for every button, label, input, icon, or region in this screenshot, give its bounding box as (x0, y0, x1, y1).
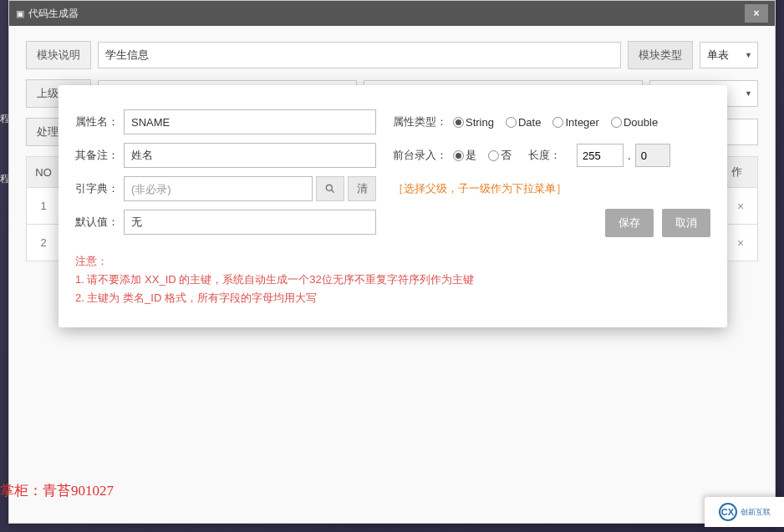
radio-no[interactable]: 否 (488, 148, 512, 163)
radio-icon (611, 117, 622, 128)
title-bar: ▣ 代码生成器 × (9, 1, 775, 26)
dict-clear-button[interactable]: 清 (348, 176, 376, 201)
row-delete[interactable]: × (724, 236, 757, 250)
length-label: 长度： (528, 148, 577, 163)
svg-point-0 (326, 185, 332, 190)
attr-name-label: 属性名： (75, 114, 124, 129)
remark-input[interactable] (124, 143, 376, 168)
decimal-input[interactable] (635, 144, 670, 167)
module-type-select[interactable]: 单表 (700, 42, 758, 68)
attr-type-group: String Date Integer Double (453, 116, 658, 129)
logo-text: 创新互联 (741, 507, 771, 518)
radio-integer[interactable]: Integer (552, 116, 598, 129)
module-desc-label: 模块说明 (26, 41, 91, 69)
dict-label: 引字典： (75, 181, 124, 196)
default-label: 默认值： (75, 215, 124, 230)
radio-yes[interactable]: 是 (453, 148, 476, 163)
close-button[interactable]: × (745, 4, 768, 23)
module-desc-input[interactable] (98, 42, 621, 68)
notice-block: 注意： 1. 请不要添加 XX_ID 的主键，系统自动生成一个32位无序不重复字… (75, 252, 710, 307)
brand-logo: CX 创新互联 (705, 497, 784, 527)
row-no: 1 (27, 200, 60, 212)
radio-icon (552, 117, 563, 128)
logo-mark-icon: CX (719, 503, 737, 521)
watermark-text: 掌柜：青苔901027 (0, 481, 114, 500)
front-entry-group: 是 否 (453, 148, 512, 163)
radio-icon (488, 150, 499, 161)
window-title: 代码生成器 (28, 7, 79, 21)
front-entry-label: 前台录入： (393, 148, 453, 163)
default-input[interactable] (124, 210, 376, 235)
module-type-label: 模块类型 (628, 41, 693, 69)
parent-hint: ［选择父级，子一级作为下拉菜单］ (393, 181, 567, 196)
radio-icon (506, 117, 517, 128)
col-no: NO (27, 166, 60, 179)
notice-line-2: 2. 主键为 类名_ID 格式，所有字段的字母均用大写 (75, 289, 710, 307)
radio-date[interactable]: Date (506, 116, 541, 129)
notice-line-1: 1. 请不要添加 XX_ID 的主键，系统自动生成一个32位无序不重复字符序列作… (75, 271, 710, 289)
cancel-button[interactable]: 取消 (662, 209, 710, 237)
length-input[interactable] (577, 144, 624, 167)
row-delete[interactable]: × (724, 200, 757, 213)
window-icon: ▣ (16, 8, 24, 19)
remark-label: 其备注： (75, 148, 124, 163)
dict-search-button[interactable] (316, 176, 344, 201)
save-button[interactable]: 保存 (605, 209, 654, 237)
radio-string[interactable]: String (453, 116, 494, 129)
svg-line-1 (332, 190, 334, 193)
dict-input[interactable] (124, 176, 313, 201)
attr-type-label: 属性类型： (393, 114, 453, 129)
decimal-dot: . (628, 149, 631, 162)
radio-double[interactable]: Double (611, 116, 658, 129)
radio-icon (453, 117, 464, 128)
search-icon (324, 183, 336, 195)
attr-name-input[interactable] (124, 109, 376, 134)
notice-title: 注意： (75, 252, 710, 271)
attribute-dialog: 属性名： 其备注： 引字典： 清 默认值： 属性类型： (59, 85, 727, 327)
radio-icon (453, 150, 464, 161)
row-no: 2 (27, 236, 60, 249)
